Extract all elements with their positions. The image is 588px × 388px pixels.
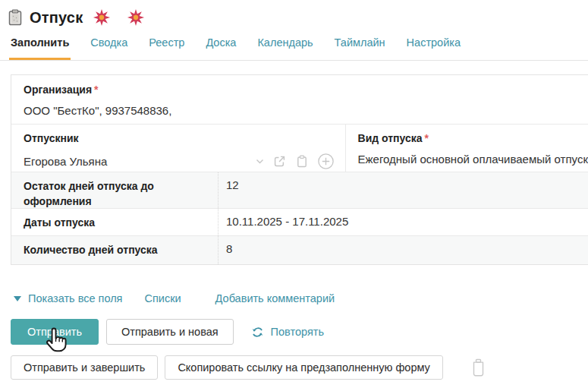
field-vacation-dates-label: Даты отпуска: [24, 215, 195, 230]
repeat-link[interactable]: Повторять: [250, 325, 324, 339]
page: Отпуск Заполнить Сводка Реестр Доска Кал…: [0, 0, 588, 388]
triangle-down-icon: [14, 296, 21, 301]
send-and-finish-button[interactable]: Отправить и завершить: [11, 355, 158, 380]
field-organization[interactable]: Организация* ООО "БестКо", 9937548836,: [11, 75, 588, 125]
field-days-remaining: Остаток дней отпуска до оформления 12: [11, 172, 588, 209]
send-and-new-button[interactable]: Отправить и новая: [106, 319, 234, 345]
field-days-count-label: Количество дней отпуска: [24, 242, 195, 257]
trash-button[interactable]: [470, 358, 486, 377]
field-days-remaining-value[interactable]: 12: [226, 178, 588, 191]
tab-board[interactable]: Доска: [204, 33, 237, 60]
add-circle-icon[interactable]: [317, 153, 335, 170]
tab-bar: Заполнить Сводка Реестр Доска Календарь …: [0, 27, 588, 61]
add-comment-link[interactable]: Добавить комментарий: [215, 292, 335, 304]
tab-registry[interactable]: Реестр: [147, 33, 186, 60]
field-vacationer-label: Отпускник: [24, 132, 335, 144]
field-vacationer-icons: [256, 153, 335, 170]
primary-actions-row: Отправить Отправить и новая Повторять: [11, 319, 588, 345]
page-title: Отпуск: [30, 9, 83, 27]
secondary-actions-row: Отправить и завершить Скопировать ссылку…: [11, 355, 588, 380]
form-card: Организация* ООО "БестКо", 9937548836, О…: [11, 74, 588, 265]
field-organization-label: Организация*: [24, 84, 576, 96]
required-asterisk: *: [425, 132, 429, 144]
field-vacation-type[interactable]: Вид отпуска* Ежегодный основной оплачива…: [346, 125, 588, 172]
field-organization-value[interactable]: ООО "БестКо", 9937548836,: [24, 104, 576, 117]
tab-timeline[interactable]: Таймлайн: [333, 33, 387, 60]
red-burst-icon: [93, 8, 111, 27]
page-header: Отпуск: [0, 0, 588, 27]
copy-prefilled-link-button[interactable]: Скопировать ссылку на предзаполненную фо…: [165, 355, 442, 380]
field-days-count-value[interactable]: 8: [226, 242, 588, 255]
tab-summary[interactable]: Сводка: [89, 33, 129, 60]
links-row: Показать все поля Списки Добавить коммен…: [14, 292, 588, 304]
repeat-icon: [250, 325, 265, 339]
field-days-count: Количество дней отпуска 8: [11, 236, 588, 264]
field-row-two-columns: Отпускник Егорова Ульяна: [11, 125, 588, 172]
show-all-fields-link[interactable]: Показать все поля: [14, 292, 122, 304]
lists-link[interactable]: Списки: [144, 292, 181, 304]
trash-icon: [470, 358, 486, 377]
chevron-down-icon[interactable]: [256, 159, 264, 164]
clipboard-title-icon: [8, 9, 23, 26]
field-vacation-type-value[interactable]: Ежегодный основной оплачиваемый отпуск: [358, 153, 588, 166]
send-button[interactable]: Отправить: [11, 319, 99, 345]
clipboard-icon[interactable]: [295, 154, 309, 169]
required-asterisk: *: [94, 84, 98, 96]
open-in-new-icon[interactable]: [272, 154, 287, 169]
red-burst-icon: [127, 8, 145, 27]
field-days-remaining-label: Остаток дней отпуска до оформления: [24, 178, 195, 209]
field-vacation-dates-value[interactable]: 10.11.2025 - 17.11.2025: [226, 215, 588, 228]
field-vacationer[interactable]: Отпускник Егорова Ульяна: [11, 125, 346, 172]
tab-fill[interactable]: Заполнить: [9, 33, 71, 60]
field-vacationer-value[interactable]: Егорова Ульяна: [24, 155, 256, 168]
tab-settings[interactable]: Настройка: [405, 33, 462, 60]
field-vacation-type-label: Вид отпуска*: [358, 132, 588, 144]
tab-calendar[interactable]: Календарь: [256, 33, 314, 60]
field-vacation-dates: Даты отпуска 10.11.2025 - 17.11.2025: [11, 209, 588, 236]
